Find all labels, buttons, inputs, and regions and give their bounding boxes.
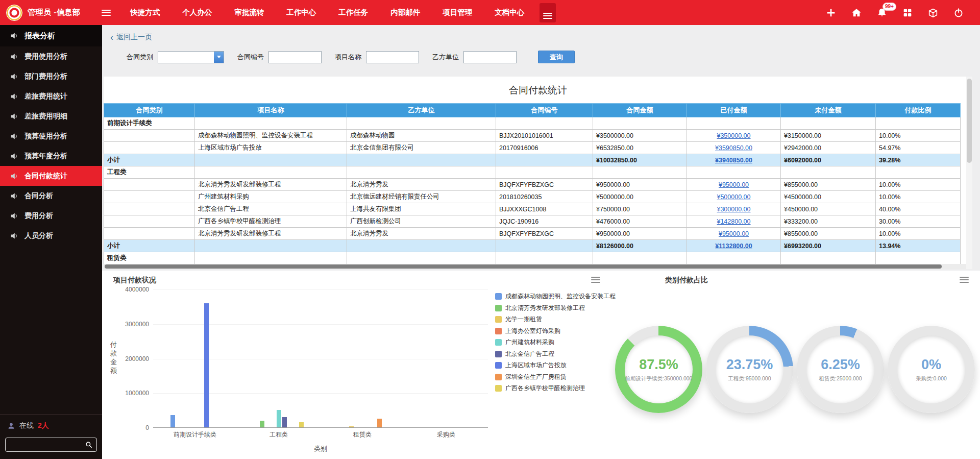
paid-amount-link[interactable]: ¥3940850.00 [715, 157, 752, 164]
table-cell [593, 252, 687, 264]
sidebar-item[interactable]: 费用分析 [0, 206, 102, 226]
sidebar-item[interactable]: 合同分析 [0, 186, 102, 206]
package-button[interactable] [927, 7, 939, 19]
back-link[interactable]: ‹ 返回上一页 [102, 25, 152, 42]
select-dropdown-button[interactable] [214, 52, 224, 63]
menu-item[interactable]: 项目管理 [443, 8, 472, 17]
report-table-header-row: 合同类别项目名称乙方单位合同编号合同金额已付金额未付金额付款比例 [104, 104, 961, 117]
table-cell [593, 117, 687, 130]
vertical-scrollbar[interactable] [966, 77, 972, 269]
table-cell: 北京清芳秀发 [347, 228, 496, 240]
legend-item[interactable]: 北京清芳秀发研发部装修工程 [495, 304, 616, 312]
sidebar-item[interactable]: 费用使用分析 [0, 46, 102, 66]
menu-item[interactable]: 个人办公 [182, 8, 212, 17]
contract-row: 北京金信广告工程上海共友有限集团BJJXXXGC1008¥750000.00¥3… [104, 203, 961, 215]
gauge-label: 工程类:95000.000 [728, 375, 771, 382]
paid-amount-link[interactable]: ¥95000.00 [719, 230, 749, 237]
project-name-input[interactable] [366, 51, 419, 63]
sidebar-item-label: 差旅费用明细 [24, 112, 67, 121]
menu-item[interactable]: 工作中心 [286, 8, 316, 17]
table-cell: JQJC-190916 [496, 215, 593, 228]
legend-item[interactable]: 光学一期租赁 [495, 315, 616, 324]
paid-amount-link[interactable]: ¥142800.00 [717, 218, 750, 225]
apps-button[interactable] [901, 7, 914, 19]
paid-amount-link[interactable]: ¥3590850.00 [715, 144, 752, 152]
menu-item[interactable]: 审批流转 [234, 8, 264, 17]
column-header: 乙方单位 [347, 104, 496, 117]
table-cell [104, 179, 195, 191]
legend-item[interactable]: 深圳金信生产厂房租赁 [495, 373, 616, 381]
report-panel: 合同付款统计 合同类别项目名称乙方单位合同编号合同金额已付金额未付金额付款比例 … [104, 77, 972, 269]
menu-item[interactable]: 文档中心 [495, 8, 524, 17]
sidebar-item-label: 差旅费用统计 [24, 92, 67, 101]
sidebar-item-label: 预算年度分析 [24, 152, 67, 161]
category-select[interactable] [158, 51, 224, 63]
legend-swatch [495, 351, 502, 357]
more-menus-button[interactable] [540, 3, 556, 22]
sidebar-item[interactable]: 人员分析 [0, 226, 102, 246]
gridline [153, 324, 488, 325]
sidebar-item[interactable]: 预算使用分析 [0, 126, 102, 146]
back-link-label: 返回上一页 [116, 33, 152, 42]
speaker-icon [10, 92, 18, 101]
paid-amount-link[interactable]: ¥1132800.00 [715, 243, 752, 250]
add-button[interactable] [825, 7, 837, 19]
paid-amount-link[interactable]: ¥350000.00 [717, 132, 750, 139]
legend-swatch [495, 293, 502, 300]
gauge-overlay: 87.5%前期设计手续类:350000.000 [615, 326, 702, 413]
sidebar-item[interactable]: 差旅费用明细 [0, 106, 102, 126]
legend-item[interactable]: 北京金信广告工程 [495, 350, 616, 358]
sidebar-item[interactable]: 部门费用分析 [0, 66, 102, 86]
speaker-icon [10, 53, 18, 61]
nav-toggle-icon[interactable] [102, 10, 111, 16]
sidebar-item[interactable]: 预算年度分析 [0, 146, 102, 166]
bar-x-axis-title: 类别 [153, 444, 488, 453]
search-icon[interactable] [85, 441, 92, 448]
gauges: 87.5%前期设计手续类:350000.00023.75%工程类:95000.0… [615, 326, 975, 413]
table-cell [347, 166, 496, 179]
online-count: 2人 [38, 421, 49, 430]
sidebar-divider [0, 414, 102, 415]
vertical-scrollbar-thumb[interactable] [967, 79, 972, 163]
logout-button[interactable] [952, 7, 965, 19]
legend-item[interactable]: 广西各乡镇学校甲醛检测治理 [495, 384, 616, 393]
horizontal-scrollbar[interactable] [104, 264, 966, 269]
paid-amount-link[interactable]: ¥500000.00 [717, 194, 750, 201]
legend-item[interactable]: 成都森林动物园照明、监控设备安装工程 [495, 292, 616, 301]
paid-amount-link[interactable]: ¥300000.00 [717, 206, 750, 213]
table-cell [876, 166, 961, 179]
home-button[interactable] [850, 7, 863, 19]
table-cell: 13.94% [876, 240, 961, 252]
notifications-button[interactable]: 99+ [876, 7, 888, 19]
table-cell: ¥142800.00 [687, 215, 781, 228]
table-cell [593, 166, 687, 179]
sidebar-search-input[interactable] [6, 441, 85, 449]
menu-item[interactable]: 内部邮件 [390, 8, 420, 17]
sidebar-header[interactable]: 报表分析 [0, 25, 102, 46]
gauge-overlay: 23.75%工程类:95000.000 [706, 326, 793, 413]
contract-no-input[interactable] [268, 51, 322, 63]
bar-chart-menu-icon[interactable] [591, 277, 600, 283]
x-category-label: 租赁类 [321, 430, 404, 439]
legend-item[interactable]: 上海办公室灯饰采购 [495, 327, 616, 335]
query-button[interactable]: 查询 [538, 51, 575, 63]
bar-segment [260, 421, 264, 427]
sidebar-item[interactable]: 合同付款统计 [0, 166, 102, 186]
table-cell: 40.00% [876, 203, 961, 215]
sidebar-item[interactable]: 差旅费用统计 [0, 86, 102, 106]
legend-item[interactable]: 广州建筑材料采购 [495, 338, 616, 347]
horizontal-scrollbar-thumb[interactable] [105, 264, 942, 269]
menu-item[interactable]: 快捷方式 [130, 8, 160, 17]
legend-item[interactable]: 上海区域市场广告投放 [495, 361, 616, 370]
table-cell: BJJXXXGC1008 [496, 203, 593, 215]
table-cell [687, 117, 781, 130]
paid-amount-link[interactable]: ¥95000.00 [719, 181, 749, 188]
party-b-input[interactable] [463, 51, 517, 63]
sidebar-item-label: 部门费用分析 [24, 72, 67, 81]
y-tick-label: 3000000 [104, 321, 149, 328]
menu-item[interactable]: 工作任务 [338, 8, 368, 17]
donut-chart-menu-icon[interactable] [960, 277, 969, 283]
x-category-label: 采购类 [404, 430, 488, 439]
legend-swatch [495, 316, 502, 323]
bar-segment [170, 415, 175, 427]
